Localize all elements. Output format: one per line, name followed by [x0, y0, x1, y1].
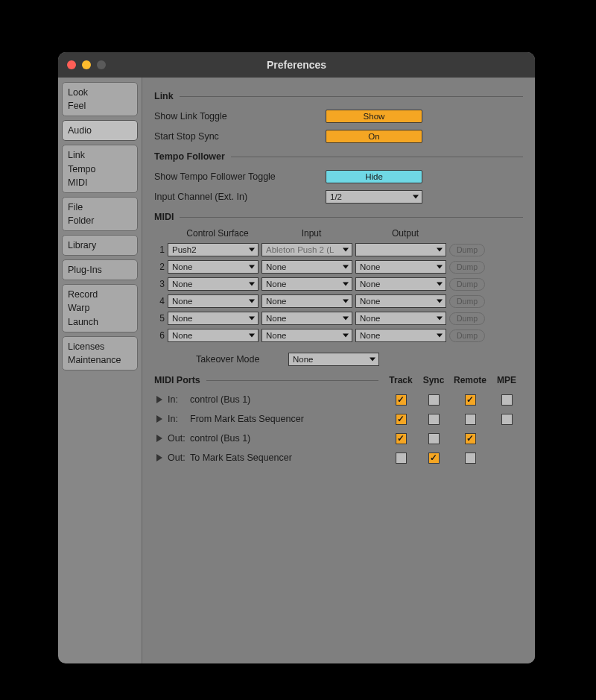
sync-checkbox[interactable]	[428, 394, 440, 406]
remote-checkbox[interactable]	[465, 433, 476, 444]
midi-output-select[interactable]: None	[355, 277, 446, 291]
track-checkbox[interactable]	[396, 453, 407, 464]
disclosure-triangle-icon[interactable]	[154, 396, 165, 403]
midi-surface-row: 4NoneNoneNoneDump	[154, 293, 523, 309]
midi-port-row: In:control (Bus 1)	[154, 390, 523, 409]
remote-checkbox[interactable]	[465, 453, 476, 464]
control-surface-select[interactable]: Push2	[168, 243, 259, 256]
minimize-icon[interactable]	[82, 60, 91, 69]
control-surface-select[interactable]: None	[168, 312, 259, 325]
sidebar-tab-label: Link	[68, 148, 132, 162]
mpe-checkbox[interactable]	[501, 394, 513, 406]
port-direction: In:	[168, 394, 190, 405]
sidebar-tab-link-tempo-midi[interactable]: LinkTempoMIDI	[62, 145, 138, 192]
midi-surface-row: 2NoneNoneNoneDump	[154, 259, 523, 275]
maximize-icon[interactable]	[97, 60, 106, 69]
port-label: control (Bus 1)	[190, 394, 250, 405]
control-surface-select[interactable]: None	[168, 329, 259, 342]
midi-output-select[interactable]: None	[355, 260, 446, 274]
remote-checkbox[interactable]	[465, 414, 476, 425]
row-number: 6	[154, 330, 165, 341]
window-title: Preferences	[58, 59, 535, 71]
section-header-midi: MIDI	[154, 212, 523, 222]
start-stop-sync-button[interactable]: On	[326, 130, 422, 143]
preferences-window: Preferences LookFeelAudioLinkTempoMIDIFi…	[58, 52, 535, 663]
input-channel-select[interactable]: 1/2	[326, 190, 422, 204]
port-name: Out:To Mark Eats Sequencer	[165, 453, 384, 463]
section-header-tempo: Tempo Follower	[154, 151, 523, 162]
control-surface-select[interactable]: None	[168, 260, 259, 274]
sync-checkbox[interactable]	[428, 453, 440, 464]
control-surface-select[interactable]: None	[168, 277, 259, 291]
midi-surface-row: 6NoneNoneNoneDump	[154, 327, 523, 344]
midi-ports-header: MIDI Ports Track Sync Remote MPE	[154, 375, 523, 385]
mpe-checkbox[interactable]	[501, 414, 513, 425]
row-number: 5	[154, 313, 165, 324]
track-checkbox[interactable]	[396, 433, 407, 444]
takeover-mode-select[interactable]: None	[288, 353, 379, 366]
dump-button[interactable]: Dump	[449, 312, 485, 325]
port-checkboxes	[384, 453, 523, 464]
sidebar-tab-audio[interactable]: Audio	[62, 120, 138, 141]
sidebar-tab-label: Library	[68, 239, 132, 252]
midi-input-select[interactable]: None	[261, 260, 352, 274]
sidebar-tab-label: MIDI	[68, 176, 132, 189]
dump-button[interactable]: Dump	[449, 329, 485, 342]
port-name: In:control (Bus 1)	[165, 394, 384, 405]
midi-input-select[interactable]: None	[261, 294, 352, 308]
port-checkboxes	[384, 394, 523, 406]
divider	[180, 96, 523, 97]
port-checkboxes	[384, 433, 523, 444]
label-show-link-toggle: Show Link Toggle	[154, 111, 326, 122]
sidebar-tab-library[interactable]: Library	[62, 235, 138, 256]
midi-input-select[interactable]: Ableton Push 2 (L	[261, 243, 352, 256]
disclosure-triangle-icon[interactable]	[154, 415, 165, 423]
show-link-toggle-button[interactable]: Show	[326, 110, 422, 123]
sidebar-tab-label: Feel	[68, 99, 132, 113]
remote-checkbox[interactable]	[465, 394, 476, 406]
dump-button[interactable]: Dump	[449, 278, 485, 291]
sidebar-tab-label: Maintenance	[68, 353, 132, 367]
sidebar-tab-label: Licenses	[68, 340, 132, 353]
disclosure-triangle-icon[interactable]	[154, 435, 165, 442]
midi-output-select[interactable]: None	[355, 294, 446, 308]
sync-checkbox[interactable]	[428, 433, 440, 444]
show-tempo-toggle-button[interactable]: Hide	[326, 170, 422, 183]
port-name: Out:control (Bus 1)	[165, 433, 384, 444]
midi-port-row: Out:control (Bus 1)	[154, 429, 523, 448]
midi-output-select[interactable]: None	[355, 312, 446, 325]
sidebar-tab-label: Launch	[68, 315, 132, 329]
divider	[231, 157, 523, 157]
sidebar-tab-look-feel[interactable]: LookFeel	[62, 82, 138, 116]
midi-input-select[interactable]: None	[261, 277, 352, 291]
dump-button[interactable]: Dump	[449, 244, 485, 256]
port-direction: Out:	[168, 453, 190, 463]
dump-button[interactable]: Dump	[449, 261, 485, 274]
track-checkbox[interactable]	[396, 414, 407, 425]
sidebar-tab-record-warp-launch[interactable]: RecordWarpLaunch	[62, 284, 138, 332]
sidebar-tab-plug-ins[interactable]: Plug-Ins	[62, 259, 138, 280]
sidebar: LookFeelAudioLinkTempoMIDIFileFolderLibr…	[58, 78, 142, 663]
row-number: 1	[154, 245, 165, 255]
sidebar-tab-licenses-maintenance[interactable]: LicensesMaintenance	[62, 336, 138, 371]
divider	[206, 380, 378, 381]
midi-port-row: In:From Mark Eats Sequencer	[154, 409, 523, 429]
port-label: To Mark Eats Sequencer	[190, 453, 292, 463]
control-surface-select[interactable]: None	[168, 294, 259, 308]
midi-table-header: Control Surface Input Output	[171, 228, 523, 239]
track-checkbox[interactable]	[396, 394, 407, 406]
midi-output-select[interactable]	[355, 243, 446, 256]
disclosure-triangle-icon[interactable]	[154, 454, 165, 461]
midi-input-select[interactable]: None	[261, 312, 352, 325]
sidebar-tab-label: File	[68, 201, 132, 214]
sidebar-tab-label: Tempo	[68, 163, 132, 176]
dump-button[interactable]: Dump	[449, 295, 485, 308]
sidebar-tab-file-folder[interactable]: FileFolder	[62, 197, 138, 231]
midi-output-select[interactable]: None	[355, 329, 446, 342]
sync-checkbox[interactable]	[428, 414, 440, 425]
svg-marker-2	[156, 435, 162, 442]
close-icon[interactable]	[67, 60, 76, 69]
svg-marker-3	[156, 454, 162, 461]
svg-marker-0	[156, 396, 162, 403]
midi-input-select[interactable]: None	[261, 329, 352, 342]
